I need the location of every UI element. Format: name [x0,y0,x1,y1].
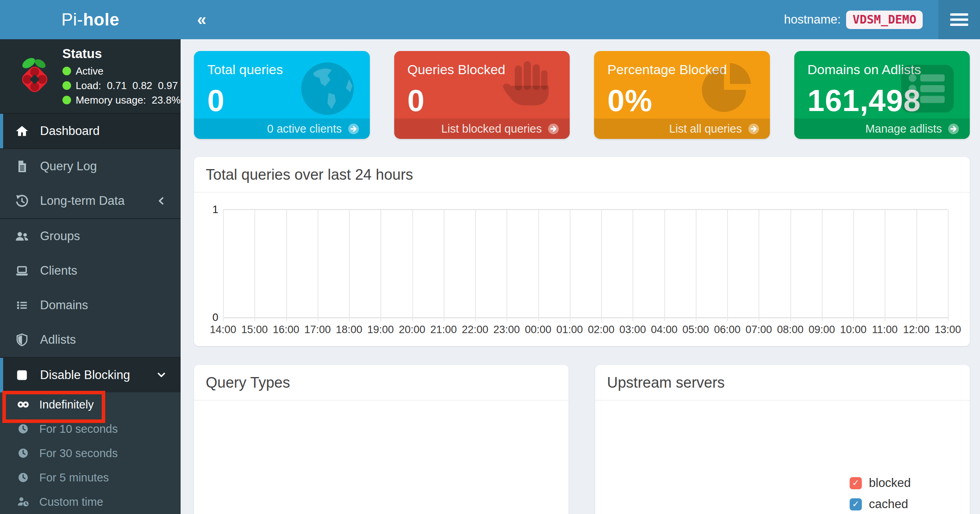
panel-title: Total queries over last 24 hours [194,157,970,193]
hostname-group: hostname: VDSM_DEMO [784,11,923,29]
arrow-circle-right-icon [748,123,760,135]
status-text: Status ActiveLoad: 0.71 0.82 0.97Memory … [62,46,181,106]
card-footer-link[interactable]: List blocked queries [394,118,570,139]
sidebar-item-dashboard[interactable]: Dashboard [0,114,181,148]
sidebar-item-disable-blocking[interactable]: Disable Blocking [0,358,181,392]
sidebar-item-long-term-data[interactable]: Long-term Data [0,184,181,218]
status-row-memory-usage: Memory usage: 23.8% [62,94,181,106]
bottom-panels: Query Types Upstream servers ✓blocked✓ca… [194,365,970,514]
gridline [444,210,444,321]
x-tick-label: 15:00 [241,324,268,336]
checkbox-checked-icon[interactable]: ✓ [850,498,862,510]
arrow-circle-right-icon [347,123,360,135]
x-tick-label: 09:00 [808,324,835,336]
users-icon [15,229,30,243]
x-tick-label: 18:00 [336,324,362,336]
card-total-queries[interactable]: Total queries 0 0 active clients [194,51,370,139]
globe-icon [294,59,360,118]
sidebar-item-custom-time[interactable]: Custom time [0,490,181,514]
chevron-left-icon [155,195,167,207]
panel-title: Upstream servers [595,365,970,401]
status-row-load: Load: 0.71 0.82 0.97 [62,80,181,92]
status-row-active: Active [62,65,181,77]
brand-bold: hole [83,10,119,29]
gridline [380,210,381,321]
green-dot-icon [62,96,71,104]
gridline [349,210,350,321]
navbar-main: « hostname: VDSM_DEMO [181,0,980,39]
legend-item-cached[interactable]: ✓cached [850,497,911,511]
y-tick-label: 0 [205,312,218,324]
sidebar-item-groups[interactable]: Groups [0,219,181,253]
chart-legend: ✓blocked✓cached [850,476,911,511]
history-icon [15,194,30,208]
card-footer-link[interactable]: 0 active clients [194,118,370,139]
x-tick-label: 23:00 [494,324,520,336]
sidebar-section: Disable BlockingIndefinitelyFor 10 secon… [0,358,181,514]
sidebar-item-for-30-seconds[interactable]: For 30 seconds [0,441,181,465]
legend-item-blocked[interactable]: ✓blocked [850,476,911,490]
gridline [727,210,728,321]
queries-over-time-chart: 14:0015:0016:0017:0018:0019:0020:0021:00… [194,193,970,347]
green-dot-icon [62,67,71,75]
hand-paper-icon [494,59,560,118]
sidebar: Status ActiveLoad: 0.71 0.82 0.97Memory … [0,39,181,514]
x-tick-label: 13:00 [934,324,961,336]
gridline [948,210,949,321]
card-domains-on-adlists[interactable]: Domains on Adlists 161,498 Manage adlist… [794,51,970,139]
x-tick-label: 10:00 [840,324,867,336]
chart-plot-area: 14:0015:0016:0017:0018:0019:0020:0021:00… [223,209,948,318]
gridline [286,210,287,321]
x-tick-label: 08:00 [777,324,804,336]
gridline [506,210,507,321]
sidebar-item-query-log[interactable]: Query Log [0,149,181,184]
card-percentage-blocked[interactable]: Percentage Blocked 0% List all queries [594,51,770,139]
sidebar-item-indefinitely[interactable]: Indefinitely [0,392,181,417]
raspberry-logo [17,53,52,99]
gridline [822,210,823,321]
sidebar-item-for-5-minutes[interactable]: For 5 minutes [0,465,181,490]
sidebar-item-domains[interactable]: Domains [0,288,181,323]
panel-title: Query Types [194,365,569,401]
gridline [475,210,476,321]
sidebar-collapse-icon[interactable]: « [197,0,206,39]
x-tick-label: 20:00 [399,324,426,336]
gridline [538,210,539,321]
stop-icon [15,368,30,382]
clock-icon [16,423,31,435]
home-icon [15,124,30,138]
list-icon [15,298,30,312]
sidebar-item-adlists[interactable]: Adlists [0,323,181,357]
status-block: Status ActiveLoad: 0.71 0.82 0.97Memory … [0,39,181,113]
gridline [601,210,602,321]
x-tick-label: 19:00 [368,324,394,336]
gridline [759,210,759,321]
main-content: Total queries 0 0 active clients Queries [181,39,980,514]
menu-toggle-button[interactable] [938,0,980,39]
checkbox-checked-icon[interactable]: ✓ [850,477,862,489]
x-tick-label: 03:00 [620,324,646,336]
card-queries-blocked[interactable]: Queries Blocked 0 List blocked queries [394,51,570,139]
clock-icon [16,471,31,484]
x-tick-label: 11:00 [872,324,898,336]
brand-prefix: Pi- [61,10,83,29]
x-tick-label: 12:00 [903,324,930,336]
card-footer-link[interactable]: List all queries [594,118,770,139]
gridline [318,210,318,321]
gridline [696,210,697,321]
x-tick-label: 07:00 [746,324,772,336]
sidebar-section: Dashboard [0,113,181,149]
gridline [412,210,413,321]
x-tick-label: 05:00 [682,324,709,336]
x-tick-label: 01:00 [556,324,583,336]
arrow-circle-right-icon [947,123,960,135]
clock-icon [16,447,31,459]
shield-icon [15,333,30,347]
sidebar-item-for-10-seconds[interactable]: For 10 seconds [0,417,181,441]
submenu-disable-blocking: IndefinitelyFor 10 secondsFor 30 seconds… [0,392,181,514]
gridline [254,210,255,321]
sidebar-item-clients[interactable]: Clients [0,253,181,288]
card-footer-link[interactable]: Manage adlists [794,118,970,139]
brand-logo[interactable]: Pi-hole [0,0,181,39]
sidebar-menu: DashboardQuery LogLong-term DataGroupsCl… [0,113,181,514]
